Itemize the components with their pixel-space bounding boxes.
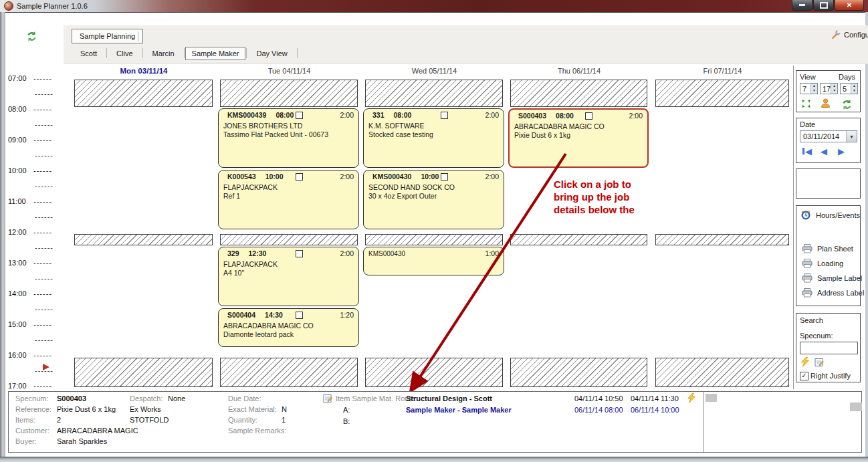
- print-plan-sheet-button[interactable]: Plan Sheet: [802, 244, 853, 253]
- half-hour-row: ------: [8, 336, 53, 344]
- config-button[interactable]: Configu: [831, 29, 868, 39]
- blocked-time-region: [220, 234, 358, 245]
- job-card[interactable]: KMS00043908:002:00JONES BROTHERS LTDTass…: [218, 108, 359, 168]
- specnum-input[interactable]: [800, 342, 858, 354]
- details-panel: Despatch: None Ex Works STOTFOLD Item Sa…: [8, 391, 862, 453]
- job-card[interactable]: S00040308:002:00ABRACADABRA MAGIC COPixi…: [508, 108, 649, 168]
- search-edit-button[interactable]: [815, 357, 825, 368]
- job-time: 08:00: [394, 111, 412, 119]
- notepad-icon: [815, 357, 825, 367]
- printer-icon: [802, 244, 812, 253]
- tab-scott[interactable]: Scott: [72, 47, 106, 60]
- notepad-icon: [323, 393, 333, 403]
- placeholder-thumbnail: [850, 402, 862, 411]
- view-start-spinner[interactable]: 7▲▼: [800, 83, 818, 94]
- print-loading-button[interactable]: Loading: [802, 259, 843, 268]
- window-right-border: [865, 12, 868, 457]
- job-card[interactable]: S00040414:301:20ABRACADABRA MAGIC CODiam…: [218, 308, 359, 347]
- print-label: Loading: [817, 259, 843, 267]
- specnum-label: Specnum:: [800, 332, 833, 340]
- right-justify-checkbox[interactable]: ✓: [800, 372, 808, 380]
- job-checkbox[interactable]: [441, 112, 448, 119]
- time-tick: ------: [33, 136, 52, 144]
- spinner-arrows[interactable]: ▲▼: [851, 84, 857, 94]
- route-edit-button[interactable]: [323, 393, 333, 405]
- annotation-line: bring up the job: [554, 191, 635, 203]
- time-tick: ------: [33, 228, 52, 236]
- job-time: 12:30: [249, 249, 267, 257]
- date-first-button[interactable]: ◀: [802, 148, 812, 156]
- time-tick: ------: [33, 197, 52, 205]
- print-address-label-button[interactable]: Address Label: [802, 288, 864, 298]
- time-label: 13:00: [8, 259, 33, 267]
- detail-value: Sarah Sparkles: [57, 437, 107, 445]
- days-spinner[interactable]: 5▲▼: [840, 83, 858, 94]
- date-select[interactable]: 03/11/2014 ▼: [800, 130, 857, 142]
- job-description: Pixie Dust 6 x 1kg: [510, 131, 647, 140]
- time-row: 16:00------: [8, 351, 52, 359]
- detail-label: Items:: [15, 416, 35, 424]
- job-card[interactable]: K00054310:002:00FLAPJACKPACKRef 1: [218, 170, 359, 229]
- spinner-arrows[interactable]: ▲▼: [831, 84, 837, 94]
- print-sample-label-button[interactable]: Sample Label: [802, 273, 862, 283]
- job-card[interactable]: 32912:302:00FLAPJACKPACKA4 10": [218, 247, 359, 306]
- annotation-line: Click on a job to: [554, 178, 635, 191]
- job-checkbox[interactable]: [296, 173, 303, 181]
- refresh-button[interactable]: [25, 31, 41, 44]
- route-b-label: B:: [343, 417, 350, 425]
- job-description: A4 10": [219, 269, 358, 277]
- tab-day-view[interactable]: Day View: [247, 47, 296, 60]
- job-card[interactable]: 33108:002:00K.M. SOFTWAREStocked case te…: [363, 108, 504, 168]
- tab-clive[interactable]: Clive: [108, 47, 141, 60]
- job-card[interactable]: KMS00043010:002:00SECOND HAND SOCK CO30 …: [363, 170, 504, 229]
- fit-view-button[interactable]: [801, 99, 811, 110]
- close-button[interactable]: ✕: [835, 0, 864, 11]
- job-checkbox[interactable]: [296, 250, 303, 257]
- blocked-time-region: [74, 80, 213, 107]
- view-days-panel: View Days 7▲▼ 17▲▼ 5▲▼: [796, 70, 861, 112]
- refresh-view-button[interactable]: [841, 99, 853, 112]
- detail-label: Quantity:: [228, 416, 257, 424]
- maximize-button[interactable]: [813, 0, 834, 11]
- job-duration: 2:00: [485, 111, 499, 119]
- details-divider: [703, 392, 703, 452]
- half-hour-row: ------: [8, 151, 53, 159]
- date-next-button[interactable]: ▶: [838, 148, 845, 156]
- blocked-time-region: [365, 234, 503, 245]
- spinner-arrows[interactable]: ▲▼: [810, 84, 817, 94]
- job-id: 329: [227, 249, 239, 257]
- route-lightning-button[interactable]: [687, 393, 696, 405]
- minimize-button[interactable]: [792, 0, 812, 11]
- job-checkbox[interactable]: [441, 173, 448, 181]
- job-description: Ref 1: [219, 192, 358, 201]
- job-checkbox[interactable]: [296, 112, 303, 119]
- tab-sample-planning[interactable]: Sample Planning: [72, 29, 143, 43]
- tab-sample-maker[interactable]: Sample Maker: [185, 47, 246, 60]
- current-time-marker: [43, 364, 49, 370]
- hours-events-button[interactable]: Hours/Events: [800, 210, 860, 220]
- search-go-button[interactable]: [800, 357, 810, 368]
- time-label: 16:00: [8, 351, 33, 359]
- date-prev-button[interactable]: ◀: [821, 148, 827, 156]
- time-tick: ------: [35, 366, 53, 374]
- job-id: 331: [372, 111, 385, 119]
- tab-separator: [297, 48, 298, 58]
- view-end-spinner[interactable]: 17▲▼: [820, 83, 838, 94]
- job-customer: FLAPJACKPACK: [219, 183, 358, 192]
- hours-events-label: Hours/Events: [816, 211, 860, 219]
- job-checkbox[interactable]: [585, 112, 592, 120]
- job-card-header: S00040308:002:00: [510, 110, 647, 122]
- job-card[interactable]: KMS0004301:00: [363, 247, 504, 275]
- job-customer: SECOND HAND SOCK CO: [364, 183, 504, 192]
- job-customer: FLAPJACKPACK: [219, 260, 358, 269]
- tab-marcin[interactable]: Marcin: [144, 47, 183, 60]
- job-id: KMS000430: [368, 250, 405, 257]
- day-header: Mon 03/11/14: [72, 67, 215, 75]
- half-hour-row: ------: [8, 305, 53, 313]
- user-button[interactable]: [821, 98, 831, 109]
- job-checkbox[interactable]: [296, 312, 303, 319]
- spinner-value: 17: [821, 84, 831, 94]
- job-duration: 2:00: [340, 172, 354, 181]
- route-start-time: 04/11/14 10:50: [574, 394, 623, 402]
- time-tick: ------: [35, 336, 53, 344]
